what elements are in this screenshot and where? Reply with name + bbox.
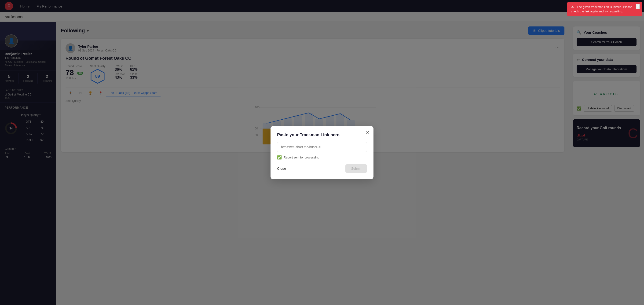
warning-icon: ⚠ xyxy=(571,5,574,9)
trackman-link-input[interactable] xyxy=(277,142,367,152)
trackman-modal: Paste your Trackman Link here. ✕ ✅ Repor… xyxy=(270,126,374,179)
modal-actions: Close Submit xyxy=(277,164,367,173)
modal-close-button[interactable]: ✕ xyxy=(366,130,370,135)
modal-title: Paste your Trackman Link here. xyxy=(277,132,367,138)
close-button[interactable]: Close xyxy=(277,166,286,170)
error-toast: ⚠ The given trackman link is invalid. Pl… xyxy=(567,2,642,16)
submit-button[interactable]: Submit xyxy=(346,164,367,173)
success-message: ✅ Report sent for processing xyxy=(277,155,367,160)
checkmark-icon: ✅ xyxy=(277,155,282,160)
modal-overlay[interactable]: Paste your Trackman Link here. ✕ ✅ Repor… xyxy=(0,0,644,305)
toast-close-button[interactable]: ✕ xyxy=(636,4,640,9)
